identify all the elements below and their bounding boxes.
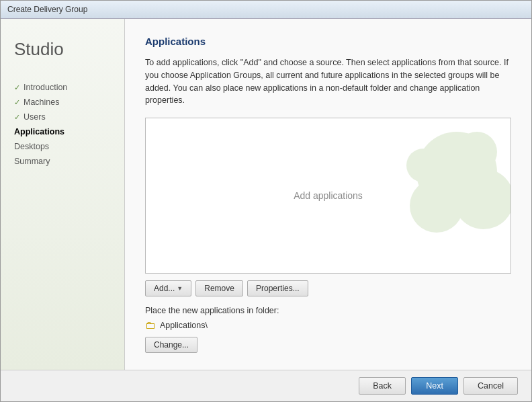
app-box-placeholder: Add applications [294, 190, 363, 201]
add-button[interactable]: Add... ▼ [145, 280, 191, 296]
folder-icon: 🗀 [145, 319, 156, 331]
studio-logo: Studio [1, 39, 124, 80]
dropdown-arrow-icon: ▼ [177, 285, 183, 292]
sidebar-item-applications[interactable]: Applications [1, 124, 124, 139]
sidebar: Studio ✓ Introduction ✓ Machines ✓ Users… [1, 19, 125, 370]
folder-path: Applications\ [160, 321, 208, 330]
next-button-label: Next [426, 381, 443, 391]
sidebar-item-label-machines: Machines [24, 97, 60, 107]
next-button[interactable]: Next [411, 377, 458, 395]
sidebar-item-introduction[interactable]: ✓ Introduction [1, 80, 124, 95]
section-title: Applications [145, 36, 511, 47]
title-bar: Create Delivery Group [1, 1, 531, 19]
applications-list-box: Add applications [145, 118, 511, 274]
remove-button-label: Remove [204, 284, 234, 293]
toolbar: Add... ▼ Remove Properties... [145, 280, 511, 296]
check-icon-machines: ✓ [14, 98, 20, 107]
sidebar-item-users[interactable]: ✓ Users [1, 110, 124, 124]
sidebar-item-label-introduction: Introduction [24, 83, 67, 92]
sidebar-item-desktops[interactable]: Desktops [1, 139, 124, 154]
svg-point-3 [457, 132, 497, 172]
main-content: Applications To add applications, click … [125, 19, 531, 370]
description-text: To add applications, click "Add" and cho… [145, 56, 511, 107]
svg-point-4 [406, 149, 440, 182]
sidebar-item-label-summary: Summary [14, 157, 50, 166]
check-icon-users: ✓ [14, 113, 20, 122]
properties-button[interactable]: Properties... [247, 280, 308, 296]
sidebar-item-label-desktops: Desktops [14, 142, 49, 151]
change-button[interactable]: Change... [145, 337, 197, 353]
content-area: Studio ✓ Introduction ✓ Machines ✓ Users… [1, 19, 531, 370]
folder-row: 🗀 Applications\ [145, 319, 511, 331]
add-button-label: Add... [154, 284, 175, 293]
sidebar-item-label-applications: Applications [14, 127, 64, 136]
background-decoration [369, 118, 511, 259]
cancel-button-label: Cancel [478, 381, 504, 391]
folder-section: Place the new applications in folder: 🗀 … [145, 306, 511, 353]
footer: Back Next Cancel [1, 370, 531, 401]
sidebar-item-machines[interactable]: ✓ Machines [1, 95, 124, 110]
nav-list: ✓ Introduction ✓ Machines ✓ Users Applic… [1, 80, 124, 169]
window-title: Create Delivery Group [7, 5, 87, 14]
remove-button[interactable]: Remove [195, 280, 243, 296]
sidebar-item-label-users: Users [24, 112, 46, 122]
properties-button-label: Properties... [256, 284, 300, 293]
check-icon-introduction: ✓ [14, 83, 20, 92]
folder-label: Place the new applications in folder: [145, 306, 511, 315]
cancel-button[interactable]: Cancel [463, 377, 518, 395]
back-button-label: Back [373, 381, 392, 391]
change-button-label: Change... [154, 340, 189, 350]
svg-point-2 [410, 179, 463, 233]
sidebar-item-summary[interactable]: Summary [1, 154, 124, 169]
back-button[interactable]: Back [359, 377, 406, 395]
main-window: Create Delivery Group Studio ✓ Introduct… [0, 0, 532, 402]
